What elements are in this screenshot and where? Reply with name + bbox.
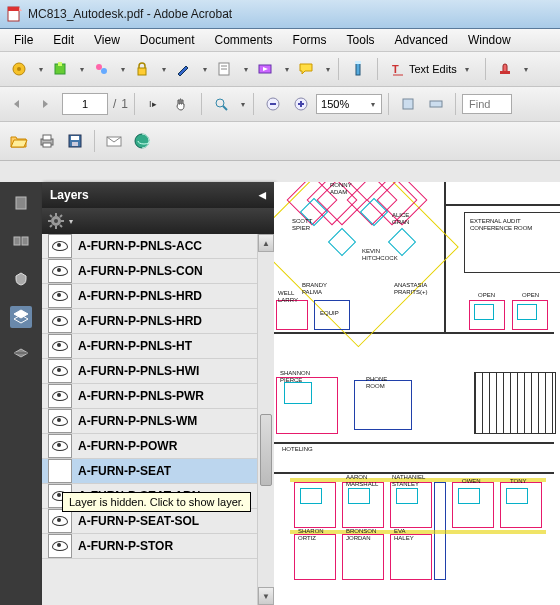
dropdown-icon[interactable]: ▾ xyxy=(157,65,168,74)
dropdown-icon[interactable]: ▾ xyxy=(75,65,86,74)
zoom-out-button[interactable] xyxy=(260,91,286,117)
zoom-in-button[interactable] xyxy=(288,91,314,117)
visibility-toggle[interactable] xyxy=(48,459,72,483)
layer-row[interactable]: A-FURN-P-PNLS-HWI xyxy=(42,359,274,384)
menu-edit[interactable]: Edit xyxy=(43,31,84,49)
visibility-toggle[interactable] xyxy=(48,259,72,283)
layers-header: Layers ◀ xyxy=(42,182,274,208)
multimedia-button[interactable] xyxy=(252,56,278,82)
visibility-toggle[interactable] xyxy=(48,509,72,533)
layer-row[interactable]: A-FURN-P-SEAT xyxy=(42,459,274,484)
scroll-down-button[interactable]: ▼ xyxy=(258,587,274,605)
dropdown-icon[interactable]: ▾ xyxy=(34,65,45,74)
touchup-button[interactable] xyxy=(345,56,371,82)
document-view[interactable]: RONNY ADAM SCOTT SPIER ALICE GRAN KEVIN … xyxy=(274,182,560,605)
page-number-input[interactable] xyxy=(62,93,108,115)
svg-rect-37 xyxy=(72,142,78,146)
collapse-icon[interactable]: ◀ xyxy=(259,190,266,200)
find-input[interactable]: Find xyxy=(462,94,512,114)
visibility-toggle[interactable] xyxy=(48,409,72,433)
svg-line-55 xyxy=(50,225,52,227)
menu-forms[interactable]: Forms xyxy=(283,31,337,49)
layer-row[interactable]: A-FURN-P-PNLS-HT xyxy=(42,334,274,359)
layer-row[interactable]: A-FURN-P-POWR xyxy=(42,434,274,459)
stamp-button[interactable] xyxy=(492,56,518,82)
layer-row[interactable]: A-FURN-P-SEAT-SOL xyxy=(42,509,274,534)
visibility-toggle[interactable] xyxy=(48,309,72,333)
dropdown-icon[interactable]: ▾ xyxy=(239,65,250,74)
comment-button[interactable] xyxy=(293,56,319,82)
sign-button[interactable] xyxy=(170,56,196,82)
text-edits-button[interactable]: T Text Edits▾ xyxy=(384,56,479,82)
dropdown-icon[interactable]: ▾ xyxy=(321,65,332,74)
forms-button[interactable] xyxy=(211,56,237,82)
zoom-combo[interactable]: 150%▾ xyxy=(316,94,382,114)
prev-page-button[interactable] xyxy=(6,91,32,117)
collab-button[interactable] xyxy=(88,56,114,82)
zoom-value: 150% xyxy=(321,98,349,110)
pdf-icon xyxy=(6,6,22,22)
fit-page-button[interactable] xyxy=(395,91,421,117)
signatures-nav-icon[interactable] xyxy=(10,268,32,290)
scroll-thumb[interactable] xyxy=(260,414,272,486)
svg-point-23 xyxy=(216,99,224,107)
dropdown-icon[interactable]: ▾ xyxy=(280,65,291,74)
new-button[interactable] xyxy=(6,56,32,82)
dropdown-icon[interactable]: ▾ xyxy=(198,65,209,74)
page-total: 1 xyxy=(121,97,128,111)
gear-icon[interactable] xyxy=(48,213,64,229)
separator xyxy=(455,93,456,115)
menu-advanced[interactable]: Advanced xyxy=(385,31,458,49)
layer-row[interactable]: A-FURN-P-PNLS-ACC xyxy=(42,234,274,259)
hand-tool[interactable] xyxy=(169,91,195,117)
dropdown-icon[interactable]: ▾ xyxy=(64,217,75,226)
marquee-zoom[interactable] xyxy=(208,91,234,117)
layers-nav-icon[interactable] xyxy=(10,306,32,328)
dropdown-icon[interactable]: ▾ xyxy=(520,65,531,74)
menu-view[interactable]: View xyxy=(84,31,130,49)
email-button[interactable] xyxy=(101,128,127,154)
layer-row[interactable]: A-FURN-P-PNLS-PWR xyxy=(42,384,274,409)
print-button[interactable] xyxy=(34,128,60,154)
visibility-toggle[interactable] xyxy=(48,384,72,408)
next-page-button[interactable] xyxy=(34,91,60,117)
text-edits-label: Text Edits xyxy=(409,63,457,75)
visibility-toggle[interactable] xyxy=(48,284,72,308)
room-label: SHANNON PIERCE xyxy=(280,370,310,383)
layer-row[interactable]: A-FURN-P-PNLS-HRD xyxy=(42,284,274,309)
menu-document[interactable]: Document xyxy=(130,31,205,49)
upload-button[interactable] xyxy=(129,128,155,154)
room-label: KEVIN HITCHCOCK xyxy=(362,248,398,261)
layer-row[interactable]: A-FURN-P-PNLS-WM xyxy=(42,409,274,434)
layer-row[interactable]: A-FURN-P-PNLS-CON xyxy=(42,259,274,284)
svg-point-8 xyxy=(101,68,107,74)
fit-width-button[interactable] xyxy=(423,91,449,117)
dropdown-icon[interactable]: ▾ xyxy=(116,65,127,74)
menu-tools[interactable]: Tools xyxy=(337,31,385,49)
combine-button[interactable] xyxy=(47,56,73,82)
visibility-toggle[interactable] xyxy=(48,359,72,383)
menu-comments[interactable]: Comments xyxy=(205,31,283,49)
visibility-toggle[interactable] xyxy=(48,434,72,458)
attachments-nav-icon[interactable] xyxy=(10,344,32,366)
layer-row[interactable]: A-FURN-P-PNLS-HRD xyxy=(42,309,274,334)
scroll-up-button[interactable]: ▲ xyxy=(258,234,274,252)
visibility-toggle[interactable] xyxy=(48,234,72,258)
save-button[interactable] xyxy=(62,128,88,154)
select-tool[interactable]: I▸ xyxy=(141,91,167,117)
dropdown-icon[interactable]: ▾ xyxy=(236,100,247,109)
menu-window[interactable]: Window xyxy=(458,31,521,49)
secure-button[interactable] xyxy=(129,56,155,82)
layer-row[interactable]: A-FURN-P-STOR xyxy=(42,534,274,559)
menu-file[interactable]: File xyxy=(4,31,43,49)
pages-nav-icon[interactable] xyxy=(10,192,32,214)
open-button[interactable] xyxy=(6,128,32,154)
scrollbar[interactable]: ▲ ▼ xyxy=(257,234,274,605)
visibility-toggle[interactable] xyxy=(48,534,72,558)
bookmarks-nav-icon[interactable] xyxy=(10,230,32,252)
svg-rect-6 xyxy=(58,62,62,66)
acrobat-window: MC813_Autodesk.pdf - Adobe Acrobat File … xyxy=(0,0,560,605)
layers-panel: Layers ◀ ▾ A-FURN-P-PNLS-ACCA-FURN-P-PNL… xyxy=(42,182,275,605)
svg-line-53 xyxy=(50,215,52,217)
visibility-toggle[interactable] xyxy=(48,334,72,358)
